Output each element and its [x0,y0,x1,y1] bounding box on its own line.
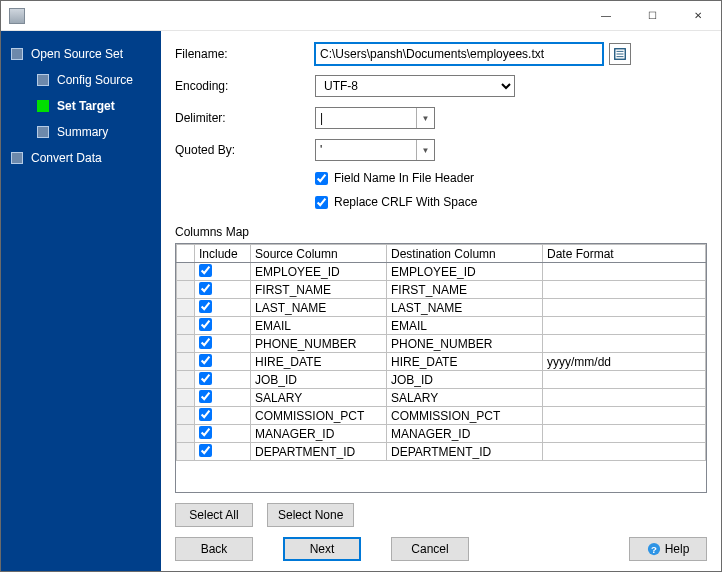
table-row[interactable]: LAST_NAMELAST_NAME [177,299,706,317]
include-cell[interactable] [195,263,251,281]
back-button[interactable]: Back [175,537,253,561]
include-cell[interactable] [195,389,251,407]
format-cell[interactable] [543,443,706,461]
row-header[interactable] [177,335,195,353]
cancel-button[interactable]: Cancel [391,537,469,561]
source-cell[interactable]: EMAIL [251,317,387,335]
delimiter-combo[interactable]: | ▼ [315,107,435,129]
dest-cell[interactable]: EMPLOYEE_ID [387,263,543,281]
maximize-button[interactable]: ☐ [629,1,675,30]
row-header[interactable] [177,299,195,317]
source-cell[interactable]: PHONE_NUMBER [251,335,387,353]
format-cell[interactable]: yyyy/mm/dd [543,353,706,371]
row-header[interactable] [177,263,195,281]
minimize-button[interactable]: — [583,1,629,30]
select-all-button[interactable]: Select All [175,503,253,527]
include-checkbox[interactable] [199,300,212,313]
col-dest[interactable]: Destination Column [387,245,543,263]
include-checkbox[interactable] [199,336,212,349]
source-cell[interactable]: MANAGER_ID [251,425,387,443]
dest-cell[interactable]: LAST_NAME [387,299,543,317]
header-checkbox-label[interactable]: Field Name In File Header [334,171,474,185]
format-cell[interactable] [543,299,706,317]
source-cell[interactable]: EMPLOYEE_ID [251,263,387,281]
source-cell[interactable]: JOB_ID [251,371,387,389]
include-cell[interactable] [195,281,251,299]
wizard-step[interactable]: Open Source Set [1,41,161,67]
format-cell[interactable] [543,335,706,353]
format-cell[interactable] [543,389,706,407]
include-cell[interactable] [195,335,251,353]
include-checkbox[interactable] [199,318,212,331]
include-checkbox[interactable] [199,426,212,439]
include-checkbox[interactable] [199,282,212,295]
source-cell[interactable]: DEPARTMENT_ID [251,443,387,461]
wizard-step[interactable]: Convert Data [1,145,161,171]
row-header[interactable] [177,281,195,299]
table-row[interactable]: HIRE_DATEHIRE_DATEyyyy/mm/dd [177,353,706,371]
include-checkbox[interactable] [199,390,212,403]
format-cell[interactable] [543,425,706,443]
include-checkbox[interactable] [199,354,212,367]
table-row[interactable]: MANAGER_IDMANAGER_ID [177,425,706,443]
include-cell[interactable] [195,371,251,389]
filename-input[interactable] [315,43,603,65]
col-source[interactable]: Source Column [251,245,387,263]
format-cell[interactable] [543,281,706,299]
include-checkbox[interactable] [199,264,212,277]
close-button[interactable]: ✕ [675,1,721,30]
dest-cell[interactable]: FIRST_NAME [387,281,543,299]
include-cell[interactable] [195,407,251,425]
include-checkbox[interactable] [199,372,212,385]
dest-cell[interactable]: DEPARTMENT_ID [387,443,543,461]
table-row[interactable]: DEPARTMENT_IDDEPARTMENT_ID [177,443,706,461]
table-row[interactable]: PHONE_NUMBERPHONE_NUMBER [177,335,706,353]
browse-button[interactable] [609,43,631,65]
header-checkbox[interactable] [315,172,328,185]
table-row[interactable]: JOB_IDJOB_ID [177,371,706,389]
include-cell[interactable] [195,443,251,461]
include-cell[interactable] [195,317,251,335]
help-button[interactable]: ? Help [629,537,707,561]
next-button[interactable]: Next [283,537,361,561]
dest-cell[interactable]: SALARY [387,389,543,407]
crlf-checkbox-label[interactable]: Replace CRLF With Space [334,195,477,209]
select-none-button[interactable]: Select None [267,503,354,527]
table-row[interactable]: SALARYSALARY [177,389,706,407]
format-cell[interactable] [543,407,706,425]
source-cell[interactable]: FIRST_NAME [251,281,387,299]
include-checkbox[interactable] [199,408,212,421]
dest-cell[interactable]: MANAGER_ID [387,425,543,443]
include-checkbox[interactable] [199,444,212,457]
source-cell[interactable]: HIRE_DATE [251,353,387,371]
table-row[interactable]: EMAILEMAIL [177,317,706,335]
table-row[interactable]: COMMISSION_PCTCOMMISSION_PCT [177,407,706,425]
wizard-step[interactable]: Set Target [1,93,161,119]
row-header[interactable] [177,317,195,335]
format-cell[interactable] [543,263,706,281]
crlf-checkbox[interactable] [315,196,328,209]
dest-cell[interactable]: JOB_ID [387,371,543,389]
source-cell[interactable]: SALARY [251,389,387,407]
include-cell[interactable] [195,353,251,371]
row-header[interactable] [177,353,195,371]
include-cell[interactable] [195,425,251,443]
dest-cell[interactable]: PHONE_NUMBER [387,335,543,353]
table-row[interactable]: FIRST_NAMEFIRST_NAME [177,281,706,299]
table-row[interactable]: EMPLOYEE_IDEMPLOYEE_ID [177,263,706,281]
row-header[interactable] [177,443,195,461]
dest-cell[interactable]: COMMISSION_PCT [387,407,543,425]
row-header[interactable] [177,371,195,389]
col-include[interactable]: Include [195,245,251,263]
source-cell[interactable]: COMMISSION_PCT [251,407,387,425]
row-header[interactable] [177,407,195,425]
row-header[interactable] [177,425,195,443]
columns-map-grid[interactable]: Include Source Column Destination Column… [175,243,707,493]
source-cell[interactable]: LAST_NAME [251,299,387,317]
quoted-combo[interactable]: ' ▼ [315,139,435,161]
include-cell[interactable] [195,299,251,317]
format-cell[interactable] [543,317,706,335]
encoding-select[interactable]: UTF-8 [315,75,515,97]
wizard-step[interactable]: Summary [1,119,161,145]
wizard-step[interactable]: Config Source [1,67,161,93]
